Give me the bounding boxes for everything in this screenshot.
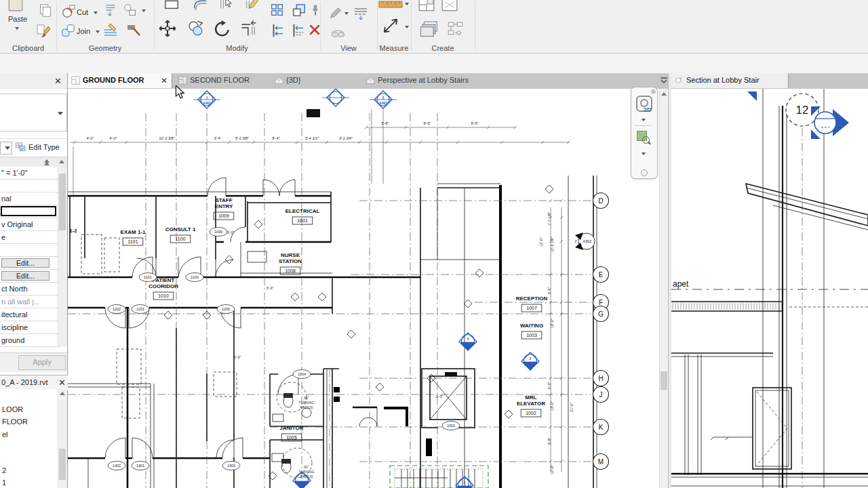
delete-icon[interactable] (308, 23, 321, 37)
tab-perspective-lobby-stairs[interactable]: Perspective at Lobby Stairs (363, 73, 519, 88)
copy-icon[interactable] (38, 3, 53, 18)
type-selector[interactable] (0, 94, 67, 131)
room-number: 1002 (526, 411, 536, 415)
tab-close-icon[interactable]: ✕ (161, 76, 167, 85)
paste-dropdown-icon[interactable] (15, 27, 19, 30)
measure-dropdown-icon[interactable] (405, 26, 409, 28)
ruler-dropdown-icon[interactable] (405, 3, 409, 5)
array-icon[interactable] (270, 3, 285, 18)
pick-lines-icon[interactable] (217, 0, 235, 11)
main-view-scrollbar[interactable] (659, 89, 669, 488)
apply-coping-icon[interactable] (123, 3, 138, 18)
property-edit-button[interactable]: Edit... (1, 258, 50, 268)
collapse-chevrons-icon[interactable] (44, 159, 50, 165)
navbar-close-icon[interactable]: ⊗ (650, 88, 656, 95)
legend-component-icon[interactable] (418, 0, 435, 14)
property-edit-button[interactable]: Edit... (1, 271, 50, 281)
join-button[interactable]: Join (77, 27, 90, 35)
edit-type-button[interactable]: Edit Type (28, 143, 60, 151)
ruler-icon[interactable] (378, 0, 404, 11)
steering-wheel-view-icon[interactable] (330, 26, 346, 42)
property-row[interactable]: n all wall j... (0, 296, 58, 308)
browser-scroll-up-icon[interactable] (60, 392, 65, 395)
property-row[interactable]: Edit... (0, 257, 58, 270)
properties-scroll-up-icon[interactable] (59, 160, 64, 163)
property-row[interactable]: e (0, 231, 58, 244)
browser-item[interactable]: LOOR (2, 405, 23, 413)
property-row[interactable] (0, 180, 58, 192)
rotate-icon[interactable] (212, 19, 233, 39)
browser-item[interactable]: 2 (2, 466, 6, 474)
coping-dropdown-icon[interactable] (142, 9, 146, 12)
section-at-lobby-stair[interactable]: 12 apet (671, 89, 868, 488)
properties-scrollbar[interactable] (58, 167, 67, 347)
tab-3d[interactable]: {3D} (271, 73, 332, 88)
property-row[interactable] (0, 205, 58, 218)
demolish-hammer-icon[interactable] (125, 22, 142, 38)
trim-extend-icon[interactable] (239, 19, 258, 38)
scroll-thumb[interactable] (660, 371, 667, 390)
edit-type-icon[interactable] (15, 141, 26, 152)
property-row[interactable]: nal (0, 192, 58, 205)
tab-list-chevron-icon[interactable] (659, 76, 669, 85)
wheel-dropdown-icon[interactable] (642, 119, 646, 121)
properties-scroll-thumb[interactable] (59, 174, 66, 230)
section-drawing-area[interactable]: 12 apet (671, 89, 868, 488)
cut-geometry-icon[interactable] (61, 4, 76, 19)
property-row[interactable]: ground (0, 334, 58, 347)
property-row[interactable]: v Original (0, 218, 58, 231)
property-row[interactable]: Edit... (0, 270, 58, 283)
browser-scrollbar[interactable] (58, 389, 67, 488)
align-icon[interactable] (270, 23, 285, 38)
linework-dropdown-icon[interactable] (344, 12, 349, 15)
component-flow-icon[interactable] (446, 20, 464, 38)
cope-icon[interactable] (102, 3, 117, 18)
keynote-tag (464, 300, 472, 308)
property-row[interactable]: ct North (0, 283, 58, 296)
cut-button[interactable]: Cut (77, 8, 88, 16)
scale-icon[interactable] (292, 3, 307, 18)
linework-pencil-icon[interactable] (328, 5, 343, 20)
join-dropdown-icon[interactable] (96, 30, 100, 33)
properties-close-icon[interactable]: ✕ (54, 77, 62, 85)
project-browser-close-icon[interactable]: ✕ (58, 378, 66, 387)
wall-sweep-edit-icon[interactable] (102, 22, 119, 38)
edit-pencil-icon[interactable] (243, 0, 260, 11)
revit-window: Paste Clipboard Cut Join Geometry (0, 0, 868, 488)
join-geometry-icon[interactable] (61, 23, 76, 38)
copy-modify-icon[interactable] (186, 19, 205, 38)
match-type-brush-icon[interactable] (35, 23, 52, 39)
paste-icon[interactable] (7, 0, 24, 12)
tab-ground-floor[interactable]: GROUND FLOOR ✕ (68, 73, 172, 88)
properties-filter-combo[interactable] (0, 142, 12, 155)
property-row[interactable]: itectural (0, 308, 58, 321)
browser-scroll-thumb[interactable] (59, 449, 66, 480)
property-row[interactable] (0, 244, 58, 257)
browser-item[interactable]: el (2, 430, 8, 439)
boundary-icon[interactable] (163, 0, 180, 11)
paste-button[interactable]: Paste (8, 15, 27, 23)
group-icon[interactable] (441, 0, 458, 14)
tab-section-lobby-stair[interactable]: Section at Lobby Stair (671, 73, 789, 88)
drawing-area[interactable]: 1-2EXAM 1-11101CONSULT 11100STAFFENTRY10… (68, 89, 659, 488)
navbar-anchor-icon[interactable] (641, 169, 648, 176)
property-row[interactable]: iscipline (0, 321, 58, 334)
browser-item[interactable]: FLOOR (2, 418, 28, 426)
type-selector-dropdown-icon[interactable] (58, 112, 63, 115)
cut-dropdown-icon[interactable] (94, 12, 98, 14)
elevation-marker-sheet: A404 (526, 363, 534, 367)
offset-icon[interactable] (191, 0, 209, 11)
split-element-icon[interactable] (290, 23, 305, 38)
zoom-dropdown-icon[interactable] (642, 152, 646, 155)
apply-button[interactable]: Apply (18, 355, 66, 370)
tab-second-floor[interactable]: SECOND FLOOR (175, 73, 262, 88)
move-icon[interactable] (158, 19, 177, 38)
property-value-box[interactable] (1, 206, 56, 216)
scroll-up-icon[interactable] (661, 92, 667, 96)
browser-item[interactable]: 1 (2, 479, 6, 487)
property-row[interactable]: " = 1'-0" (0, 167, 58, 180)
similar-folders-icon[interactable] (419, 18, 439, 38)
measure-icon[interactable] (381, 16, 400, 35)
ground-floor-plan[interactable]: 1-2EXAM 1-11101CONSULT 11100STAFFENTRY10… (68, 89, 659, 488)
hidden-lines-icon[interactable] (353, 5, 369, 22)
